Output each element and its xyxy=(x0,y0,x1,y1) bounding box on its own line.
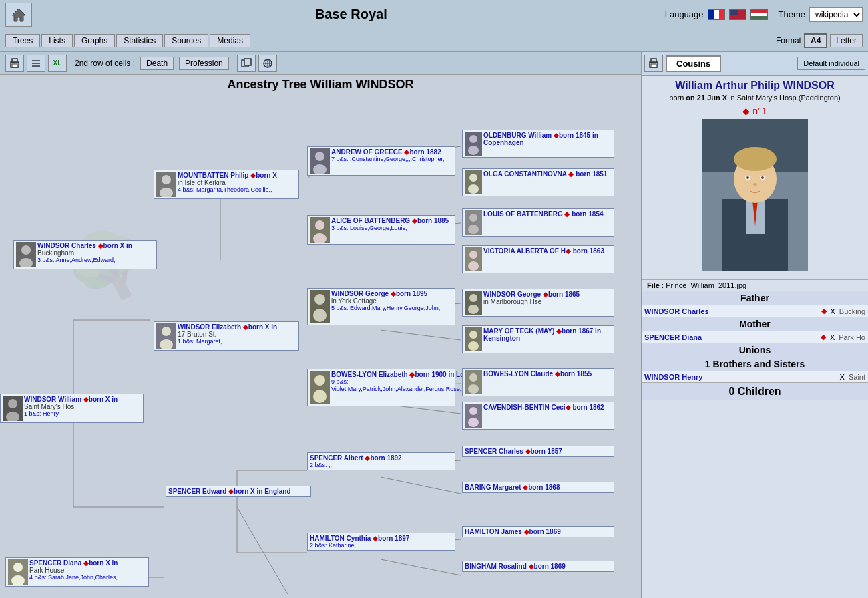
alice-name: ALICE OF BATTENBERG ◆born 1885 xyxy=(331,217,449,225)
diana-name: SPENCER Diana ◆born X in xyxy=(29,559,118,567)
flag-french[interactable] xyxy=(708,9,725,20)
flag-hu[interactable] xyxy=(750,9,768,20)
mother-row[interactable]: SPENCER Diana ◆ X Park Ho xyxy=(642,331,868,343)
svg-point-64 xyxy=(314,375,325,386)
mother-diamond: ◆ xyxy=(821,333,826,341)
node-bowes-claude[interactable]: BOWES-LYON Claude ◆born 1855 xyxy=(462,368,614,396)
second-row-label: 2nd row of cells : xyxy=(75,59,135,68)
node-diana[interactable]: SPENCER Diana ◆born X in Park House 4 b&… xyxy=(5,557,149,587)
node-oldenburg[interactable]: OLDENBURG William ◆born 1845 in Copenhag… xyxy=(462,130,614,158)
statistics-button[interactable]: Statistics xyxy=(116,34,163,47)
mother-x[interactable]: X xyxy=(827,333,837,341)
node-spencer-charles[interactable]: SPENCER Charles ◆born 1857 xyxy=(462,446,614,457)
node-charles[interactable]: WINDSOR Charles ◆born X in Buckingham 3 … xyxy=(13,240,157,269)
svg-point-74 xyxy=(468,225,479,234)
svg-point-79 xyxy=(469,294,477,302)
format-label: Format xyxy=(776,36,801,45)
flag-us[interactable] xyxy=(729,9,746,20)
excel-button[interactable]: XL xyxy=(48,55,67,72)
print-icon xyxy=(9,58,20,69)
node-windsor-1865[interactable]: WINDSOR George ◆born 1865 in Marlborough… xyxy=(462,289,614,317)
print-button-right[interactable] xyxy=(644,55,663,72)
graphs-button[interactable]: Graphs xyxy=(74,34,115,47)
svg-point-76 xyxy=(469,251,477,259)
print-button[interactable] xyxy=(5,55,24,72)
sibling-x[interactable]: X xyxy=(837,373,847,381)
svg-point-83 xyxy=(468,341,479,351)
father-x[interactable]: X xyxy=(828,307,838,315)
node-hamilton-cynthia[interactable]: HAMILTON Cynthia ◆born 1897 2 b&s: Katha… xyxy=(307,533,455,551)
philip-photo xyxy=(156,172,176,197)
george1865-name: WINDSOR George ◆born 1865 xyxy=(483,291,580,298)
node-elizabeth[interactable]: WINDSOR Elizabeth ◆born X in 17 Bruton S… xyxy=(154,321,299,351)
louis-name: LOUIS OF BATTENBERG ◆ born 1854 xyxy=(483,210,604,218)
copy-icon xyxy=(241,58,252,69)
father-place: Bucking xyxy=(839,307,865,315)
svg-point-62 xyxy=(313,309,327,322)
link-button[interactable] xyxy=(237,55,256,72)
node-victoria[interactable]: VICTORIA ALBERTA OF H◆ born 1863 xyxy=(462,245,614,273)
olga-photo xyxy=(465,170,482,194)
list-button[interactable] xyxy=(27,55,45,72)
father-row[interactable]: WINDSOR Charles ◆ X Bucking xyxy=(642,305,868,317)
theme-select[interactable]: wikipedia xyxy=(809,7,863,22)
node-bowes-lyon[interactable]: BOWES-LYON Elizabeth ◆born 1900 in Londo… xyxy=(307,369,455,406)
globe-button[interactable] xyxy=(258,55,277,72)
node-louis-battenberg[interactable]: LOUIS OF BATTENBERG ◆ born 1854 xyxy=(462,208,614,237)
victoria-photo xyxy=(465,247,482,271)
hamilton-james-name: HAMILTON James ◆born 1869 xyxy=(465,528,612,535)
death-button[interactable]: Death xyxy=(140,57,174,70)
profession-button[interactable]: Profession xyxy=(179,57,229,70)
medias-button[interactable]: Medias xyxy=(210,34,250,47)
cousins-button[interactable]: Cousins xyxy=(666,55,721,72)
node-alice[interactable]: ALICE OF BATTENBERG ◆born 1885 3 b&s: Lo… xyxy=(307,215,455,245)
node-mary-teck[interactable]: MARY OF TECK (MAY) ◆born 1867 in Kensing… xyxy=(462,325,614,353)
node-george-1895[interactable]: WINDSOR George ◆born 1895 in York Cottag… xyxy=(307,288,455,325)
svg-point-46 xyxy=(162,175,171,184)
node-william[interactable]: WINDSOR William ◆born X in Saint Mary's … xyxy=(0,394,144,423)
file-name[interactable]: Prince_William_2011.jpg xyxy=(666,281,746,289)
mother-header: Mother xyxy=(642,317,868,331)
svg-point-80 xyxy=(468,305,479,314)
node-andrew[interactable]: ANDREW OF GREECE ◆born 1882 7 b&s: ,Cons… xyxy=(307,146,455,176)
node-hamilton-james[interactable]: HAMILTON James ◆born 1869 xyxy=(462,526,614,537)
svg-rect-3 xyxy=(12,64,17,67)
detail-person-birth: born on 21 Jun X in Saint Mary's Hosp.(P… xyxy=(646,94,864,102)
philip-detail: in Isle of Kerkira xyxy=(178,179,277,186)
svg-point-70 xyxy=(469,174,477,182)
format-letter-button[interactable]: Letter xyxy=(830,34,863,47)
trees-button[interactable]: Trees xyxy=(5,34,40,47)
sibling-place: Saint xyxy=(849,373,865,381)
home-button[interactable] xyxy=(5,3,32,27)
cavendish-photo xyxy=(465,404,482,428)
claude-photo xyxy=(465,370,482,394)
philip-name: MOUNTBATTEN Philip ◆born X xyxy=(178,172,277,179)
node-spencer-albert[interactable]: SPENCER Albert ◆born 1892 2 b&s: ,, xyxy=(307,452,455,470)
format-a4-button[interactable]: A4 xyxy=(804,33,827,48)
william-detail-photo xyxy=(702,119,808,271)
globe-icon xyxy=(262,58,273,69)
svg-point-68 xyxy=(468,146,479,155)
charles-siblings: 3 b&s: Anne,Andrew,Edward, xyxy=(37,257,132,263)
sibling-row[interactable]: WINDSOR Henry X Saint xyxy=(642,371,868,382)
elizabeth-siblings: 1 b&s: Margaret, xyxy=(178,338,277,345)
print-icon-right xyxy=(648,58,659,69)
node-edward-spencer[interactable]: SPENCER Edward ◆born X in England xyxy=(166,486,311,497)
brothers-header: 1 Brothers and Sisters xyxy=(642,357,868,371)
lists-button[interactable]: Lists xyxy=(41,34,73,47)
node-bingham[interactable]: BINGHAM Rosalind ◆born 1869 xyxy=(462,561,614,572)
default-individual-button[interactable]: Default individual xyxy=(797,57,865,70)
svg-point-40 xyxy=(8,399,17,408)
svg-point-88 xyxy=(469,407,477,415)
unions-header: Unions xyxy=(642,343,868,357)
svg-point-86 xyxy=(468,384,479,394)
node-baring[interactable]: BARING Margaret ◆born 1868 xyxy=(462,482,614,493)
svg-point-49 xyxy=(162,327,171,336)
node-philip[interactable]: MOUNTBATTEN Philip ◆born X in Isle of Ke… xyxy=(154,170,299,199)
andrew-siblings: 7 b&s: ,Constantine,George,,,,Christophe… xyxy=(331,156,445,162)
sources-button[interactable]: Sources xyxy=(164,34,208,47)
node-cavendish[interactable]: CAVENDISH-BENTIN Ceci◆ born 1862 xyxy=(462,402,614,430)
node-olga[interactable]: OLGA CONSTANTINOVNA ◆ born 1851 xyxy=(462,168,614,196)
spencer-charles-name: SPENCER Charles ◆born 1857 xyxy=(465,448,612,455)
charles-photo xyxy=(16,242,36,267)
